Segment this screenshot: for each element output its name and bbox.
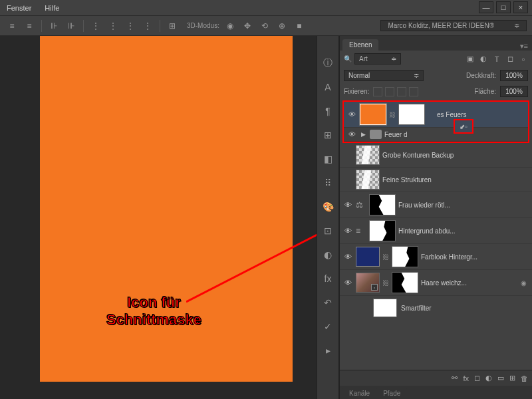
- distribute-icon[interactable]: ⊪: [65, 19, 78, 33]
- lock-pixels-icon[interactable]: [385, 87, 394, 96]
- layer-name[interactable]: Haare weichz...: [421, 279, 518, 287]
- styles-icon[interactable]: ⊡: [321, 223, 335, 238]
- layer-row-fire-group[interactable]: 👁 ▶ Feuer d: [344, 128, 528, 142]
- mask-thumbnail[interactable]: [369, 220, 396, 241]
- visibility-icon[interactable]: 👁: [342, 253, 353, 261]
- align-icon[interactable]: ≡: [23, 19, 36, 33]
- maximize-button[interactable]: □: [496, 1, 511, 13]
- lock-transparency-icon[interactable]: [373, 87, 382, 96]
- adjustment-layer-icon[interactable]: ◐: [485, 374, 492, 382]
- layer-row[interactable]: 👁 ⛓ Farblook Hintergr...: [340, 244, 532, 270]
- 3d-icon[interactable]: ◉: [223, 19, 237, 33]
- fill-input[interactable]: 100%: [500, 86, 528, 97]
- filter-type-select[interactable]: Art ≑: [354, 53, 401, 65]
- mask-thumbnail[interactable]: [392, 272, 418, 293]
- layer-thumbnail[interactable]: [356, 170, 380, 190]
- 3d-icon[interactable]: ⊕: [275, 19, 289, 33]
- filter-pixel-icon[interactable]: ▣: [466, 55, 475, 64]
- lock-row: Fixieren: Fläche: 100%: [340, 84, 532, 99]
- layer-thumbnail[interactable]: [360, 104, 386, 125]
- visibility-icon[interactable]: 👁: [342, 279, 353, 287]
- layer-thumbnail[interactable]: [356, 247, 380, 267]
- filter-smart-icon[interactable]: ▫: [519, 55, 528, 64]
- smartfilter-label[interactable]: Smartfilter: [401, 305, 527, 312]
- minimize-button[interactable]: —: [479, 1, 493, 13]
- close-button[interactable]: ×: [513, 1, 528, 13]
- distribute-icon[interactable]: ⋮: [106, 19, 120, 33]
- visibility-icon[interactable]: 👁: [342, 201, 353, 209]
- opacity-input[interactable]: 100%: [500, 70, 528, 81]
- options-toolbar: ≡ ≡ ⊪ ⊪ ⋮ ⋮ ⋮ ⋮ ⊞ 3D-Modus: ◉ ✥ ⟲ ⊕ ■ Ma…: [0, 16, 532, 36]
- layer-name[interactable]: Hintergrund abdu...: [398, 227, 529, 235]
- mask-thumbnail[interactable]: [369, 194, 396, 215]
- layer-thumbnail[interactable]: [356, 145, 380, 165]
- info-icon[interactable]: ⓘ: [321, 56, 335, 70]
- group-icon[interactable]: ▭: [497, 374, 504, 382]
- distribute-icon[interactable]: ⊪: [47, 19, 61, 33]
- paragraph-icon[interactable]: ¶: [321, 104, 335, 118]
- mask-thumbnail[interactable]: [398, 104, 425, 125]
- distribute-icon[interactable]: ⋮: [141, 19, 154, 33]
- history-icon[interactable]: ↶: [321, 295, 335, 310]
- layer-name[interactable]: es Feuers: [437, 111, 525, 118]
- distribute-icon[interactable]: ⋮: [89, 19, 102, 33]
- layer-row[interactable]: Grobe Konturen Backup: [340, 143, 532, 168]
- visibility-icon[interactable]: 👁: [342, 227, 353, 235]
- layer-row-fire-color[interactable]: 👁 ⛓ es Feuers: [344, 102, 528, 128]
- filter-mask-thumbnail[interactable]: [373, 299, 397, 317]
- filter-type-icon[interactable]: T: [492, 55, 501, 64]
- mask-thumbnail[interactable]: [392, 246, 418, 267]
- layer-filter-row: 🔍 Art ≑ ▣ ◐ T ◻ ▫: [340, 51, 532, 67]
- visibility-icon[interactable]: 👁: [346, 110, 357, 118]
- color-icon[interactable]: ◧: [321, 152, 335, 166]
- align-icon[interactable]: ≡: [5, 19, 19, 33]
- text-icon[interactable]: A: [321, 80, 335, 94]
- swatches-icon[interactable]: ⊞: [321, 128, 335, 142]
- adjustments-icon[interactable]: ◐: [321, 247, 335, 262]
- link-icon: ⛓: [382, 279, 389, 287]
- tab-kanale[interactable]: Kanäle: [342, 388, 376, 399]
- palette-icon[interactable]: 🎨: [321, 200, 335, 214]
- filter-adjustment-icon[interactable]: ◐: [479, 55, 488, 64]
- 3d-icon[interactable]: ⟲: [258, 19, 271, 33]
- menu-hilfe[interactable]: Hilfe: [45, 4, 59, 12]
- layer-row[interactable]: 👁 ≡ Hintergrund abdu...: [340, 218, 532, 244]
- new-layer-icon[interactable]: ⊞: [509, 374, 515, 382]
- brushes-icon[interactable]: ⠿: [321, 176, 335, 190]
- tab-ebenen[interactable]: Ebenen: [342, 39, 378, 51]
- visibility-icon[interactable]: 👁: [346, 130, 357, 138]
- menubar: Fenster Hilfe — □ ×: [0, 0, 532, 16]
- mask-icon[interactable]: ◻: [474, 374, 480, 382]
- 3d-icon[interactable]: ■: [293, 19, 306, 33]
- canvas[interactable]: [40, 36, 293, 382]
- smartfilter-row[interactable]: Smartfilter: [340, 296, 532, 320]
- menu-fenster[interactable]: Fenster: [7, 4, 31, 12]
- fx-icon[interactable]: fx: [463, 374, 469, 382]
- layer-thumbnail[interactable]: ▫: [356, 273, 380, 293]
- lock-position-icon[interactable]: [397, 87, 406, 96]
- link-layers-icon[interactable]: ⚯: [452, 374, 458, 382]
- clipping-mask-icon: ⬋▫: [454, 119, 473, 134]
- layer-name[interactable]: Feine Strukturen: [382, 176, 529, 184]
- 3d-icon[interactable]: ✥: [241, 19, 254, 33]
- delete-icon[interactable]: 🗑: [521, 374, 528, 382]
- panel-menu-icon[interactable]: ▾≡: [516, 42, 532, 51]
- blend-mode-select[interactable]: Normal≑: [344, 70, 424, 81]
- layer-row[interactable]: Feine Strukturen: [340, 168, 532, 192]
- workspace-selector[interactable]: Marco Kolditz, MEER DER IDEEN®≑: [380, 20, 527, 31]
- filter-badge-icon[interactable]: ◉: [521, 279, 527, 287]
- expand-icon[interactable]: ▶: [361, 131, 366, 138]
- navigator-icon[interactable]: ▸: [321, 343, 335, 358]
- filter-shape-icon[interactable]: ◻: [505, 55, 515, 64]
- layer-row[interactable]: 👁 ⚖ Frau wieder rötl...: [340, 192, 532, 218]
- layer-name[interactable]: Grobe Konturen Backup: [382, 152, 529, 159]
- properties-icon[interactable]: fx: [321, 271, 335, 286]
- actions-icon[interactable]: ✓: [321, 319, 335, 334]
- layer-name[interactable]: Frau wieder rötl...: [398, 201, 529, 209]
- lock-all-icon[interactable]: [409, 87, 418, 96]
- layer-row[interactable]: 👁 ▫ ⛓ Haare weichz... ◉: [340, 270, 532, 296]
- tab-pfade[interactable]: Pfade: [376, 388, 407, 399]
- layer-name[interactable]: Farblook Hintergr...: [421, 253, 529, 261]
- auto-align-icon[interactable]: ⊞: [166, 19, 179, 33]
- distribute-icon[interactable]: ⋮: [124, 19, 137, 33]
